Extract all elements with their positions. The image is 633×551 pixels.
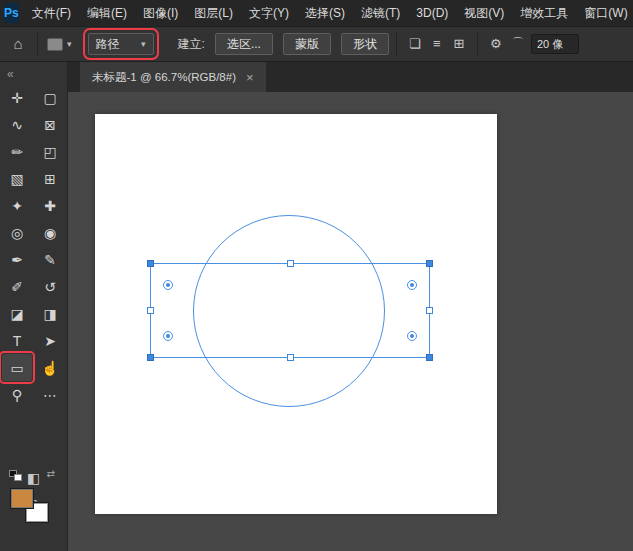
- transform-handle-top-left[interactable]: [147, 260, 154, 267]
- healing-brush-tool[interactable]: ✚: [35, 192, 65, 219]
- edit-toolbar-button[interactable]: ⋯: [35, 381, 65, 408]
- collapse-panel-icon[interactable]: «: [0, 62, 67, 84]
- rectangle-tool[interactable]: ▭: [2, 354, 32, 381]
- make-shape-button[interactable]: 形状: [341, 33, 389, 55]
- default-colors-icon[interactable]: [9, 470, 23, 482]
- corner-radius-icon: ⌒: [507, 31, 529, 57]
- hand-tool[interactable]: ☝: [35, 354, 65, 381]
- path-alignment-icon[interactable]: ≡: [426, 31, 448, 57]
- clone-stamp-tool[interactable]: ◉: [35, 219, 65, 246]
- document-tab-bar: 未标题-1 @ 66.7%(RGB/8#) ×: [68, 62, 633, 92]
- transform-handle-middle-left[interactable]: [147, 307, 154, 314]
- history-brush-icon: ↺: [44, 279, 56, 295]
- tool-grid: ✛ ▢ ∿ ⊠ ✏ ◰ ▧ ⊞ ✦ ✚ ◎ ◉ ✒ ✎ ✐ ↺ ◪ ◨ T ➤ …: [0, 84, 67, 408]
- transform-handle-middle-right[interactable]: [426, 307, 433, 314]
- blur-icon: ◎: [11, 225, 23, 241]
- blur-tool[interactable]: ◎: [2, 219, 32, 246]
- menu-bar: Ps 文件(F) 编辑(E) 图像(I) 图层(L) 文字(Y) 选择(S) 滤…: [0, 0, 633, 26]
- path-selection-icon: ➤: [44, 333, 56, 349]
- path-operations-icon[interactable]: ❏: [404, 31, 426, 57]
- crop-tool[interactable]: ◰: [35, 138, 65, 165]
- pen-icon: ✒: [11, 252, 23, 268]
- move-tool[interactable]: ✛: [2, 84, 32, 111]
- frame-tool[interactable]: ⊞: [35, 165, 65, 192]
- rectangular-marquee-tool[interactable]: ▢: [35, 84, 65, 111]
- corner-radius-control-bottom-right[interactable]: [407, 331, 417, 341]
- corner-radius-control-bottom-left[interactable]: [163, 331, 173, 341]
- gear-icon[interactable]: ⚙: [485, 31, 507, 57]
- paint-bucket-tool[interactable]: ◨: [35, 300, 65, 327]
- quick-selection-icon: ✏: [11, 144, 23, 160]
- separator: [37, 32, 38, 56]
- rectangle-icon: ▭: [10, 360, 23, 376]
- path-selection-tool[interactable]: ➤: [35, 327, 65, 354]
- transform-handle-top-right[interactable]: [426, 260, 433, 267]
- menu-type[interactable]: 文字(Y): [241, 0, 297, 26]
- eyedropper-icon: ✦: [11, 198, 23, 214]
- pen-tool[interactable]: ✒: [2, 246, 32, 273]
- zoom-tool[interactable]: ⚲: [2, 381, 32, 408]
- options-bar: ⌂ ▾ 路径 ▾ 建立: 选区... 蒙版 形状 ❏ ≡ ⊞ ⚙ ⌒ 20 像: [0, 26, 633, 62]
- paint-bucket-icon: ◨: [43, 306, 56, 322]
- pencil-tool[interactable]: ✐: [2, 273, 32, 300]
- foreground-color-swatch[interactable]: [10, 488, 34, 509]
- menu-window[interactable]: 窗口(W): [576, 0, 633, 26]
- menu-layer[interactable]: 图层(L): [186, 0, 241, 26]
- separator: [396, 32, 397, 56]
- tool-panel: « ✛ ▢ ∿ ⊠ ✏ ◰ ▧ ⊞ ✦ ✚ ◎ ◉ ✒ ✎ ✐ ↺ ◪ ◨ T …: [0, 62, 68, 551]
- menu-edit[interactable]: 编辑(E): [79, 0, 135, 26]
- brush-tool[interactable]: ✎: [35, 246, 65, 273]
- swap-colors-icon[interactable]: ⇄: [47, 468, 55, 479]
- crop-icon: ◰: [43, 144, 56, 160]
- corner-radius-input[interactable]: 20 像: [531, 34, 579, 54]
- object-selection-tool[interactable]: ⊠: [35, 111, 65, 138]
- transform-handle-top-middle[interactable]: [287, 260, 294, 267]
- path-arrangement-icon[interactable]: ⊞: [448, 31, 470, 57]
- separator: [477, 32, 478, 56]
- canvas-workspace[interactable]: [68, 92, 633, 551]
- rectangle-path[interactable]: [150, 263, 430, 358]
- corner-radius-control-top-left[interactable]: [163, 280, 173, 290]
- menu-plugins[interactable]: 增效工具: [512, 0, 576, 26]
- make-selection-button[interactable]: 选区...: [215, 33, 273, 55]
- tool-preset-picker[interactable]: ▾: [47, 38, 72, 51]
- transform-handle-bottom-middle[interactable]: [287, 354, 294, 361]
- menu-file[interactable]: 文件(F): [24, 0, 79, 26]
- quick-selection-tool[interactable]: ✏: [2, 138, 32, 165]
- make-mask-button[interactable]: 蒙版: [283, 33, 331, 55]
- color-swatch-area: ⇄ ◧ ▯: [0, 470, 67, 551]
- menu-select[interactable]: 选择(S): [297, 0, 353, 26]
- gradient-tool[interactable]: ▧: [2, 165, 32, 192]
- brush-icon: ✎: [44, 252, 56, 268]
- menu-3d[interactable]: 3D(D): [408, 0, 456, 26]
- marquee-icon: ▢: [43, 90, 56, 106]
- healing-brush-icon: ✚: [44, 198, 56, 214]
- chevron-down-icon: ▾: [141, 39, 146, 49]
- corner-radius-control-top-right[interactable]: [407, 280, 417, 290]
- eyedropper-tool[interactable]: ✦: [2, 192, 32, 219]
- home-icon[interactable]: ⌂: [6, 31, 30, 57]
- menu-image[interactable]: 图像(I): [135, 0, 186, 26]
- eraser-tool[interactable]: ◪: [2, 300, 32, 327]
- tool-mode-dropdown[interactable]: 路径 ▾: [88, 33, 154, 55]
- menu-filter[interactable]: 滤镜(T): [353, 0, 408, 26]
- clone-stamp-icon: ◉: [44, 225, 56, 241]
- eraser-icon: ◪: [10, 306, 23, 322]
- object-selection-icon: ⊠: [44, 117, 56, 133]
- document-area: 未标题-1 @ 66.7%(RGB/8#) ×: [68, 62, 633, 551]
- history-brush-tool[interactable]: ↺: [35, 273, 65, 300]
- document-tab[interactable]: 未标题-1 @ 66.7%(RGB/8#) ×: [80, 62, 266, 92]
- transform-handle-bottom-right[interactable]: [426, 354, 433, 361]
- transform-handle-bottom-left[interactable]: [147, 354, 154, 361]
- photoshop-logo: Ps: [4, 3, 19, 23]
- photoshop-window: Ps 文件(F) 编辑(E) 图像(I) 图层(L) 文字(Y) 选择(S) 滤…: [0, 0, 633, 551]
- tool-mode-value: 路径: [96, 36, 120, 53]
- ellipsis-icon: ⋯: [43, 387, 57, 403]
- close-icon[interactable]: ×: [246, 70, 254, 85]
- menu-view[interactable]: 视图(V): [456, 0, 512, 26]
- canvas[interactable]: [95, 114, 497, 514]
- type-icon: T: [13, 333, 22, 349]
- type-tool[interactable]: T: [2, 327, 32, 354]
- zoom-icon: ⚲: [12, 387, 22, 403]
- lasso-tool[interactable]: ∿: [2, 111, 32, 138]
